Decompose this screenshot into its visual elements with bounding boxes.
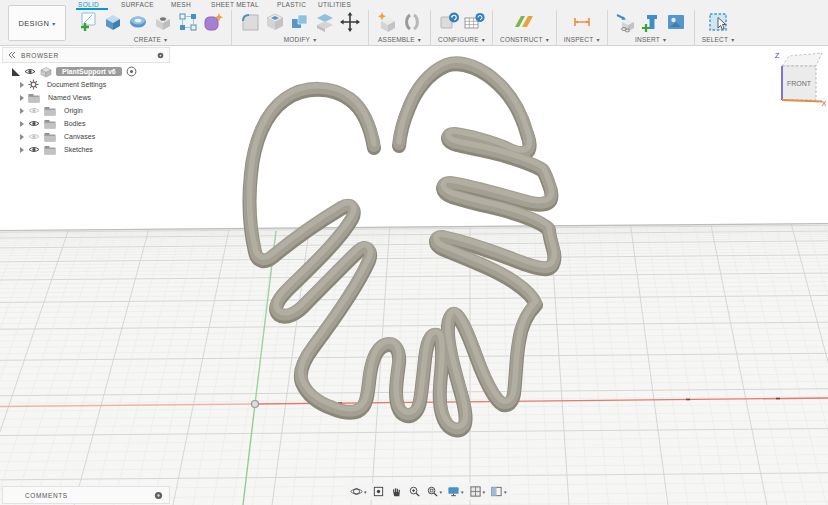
insert-derive-icon[interactable] [615, 11, 637, 33]
fit-button[interactable]: ▾ [426, 485, 443, 498]
group-configure: CONFIGURE [431, 10, 492, 43]
dropdown-caret-icon: ▾ [364, 489, 367, 495]
expand-arrow-icon[interactable] [20, 121, 24, 127]
group-label-inspect[interactable]: INSPECT [564, 36, 600, 43]
press-pull-icon[interactable] [239, 11, 261, 33]
expand-arrow-icon[interactable] [12, 68, 20, 76]
comments-title: COMMENTS [25, 492, 154, 499]
visibility-eye-icon-hidden[interactable] [28, 106, 40, 115]
visibility-eye-icon[interactable] [28, 145, 40, 154]
zoom-button[interactable] [408, 485, 421, 498]
group-label-insert[interactable]: INSERT [635, 36, 666, 43]
insert-tspline-icon[interactable] [640, 11, 662, 33]
browser-row-bodies[interactable]: Bodies [2, 117, 170, 130]
document-root-label[interactable]: PlantSupport v6 [56, 67, 122, 76]
browser-item-label: Bodies [60, 119, 89, 128]
axis-x-label: X [821, 99, 826, 108]
view-cube-face-label: FRONT [787, 80, 812, 87]
split-body-icon[interactable] [314, 11, 336, 33]
measure-icon[interactable] [571, 11, 593, 33]
hole-icon[interactable] [152, 11, 174, 33]
pan-button[interactable] [390, 485, 403, 498]
collapse-panel-icon[interactable] [8, 51, 16, 59]
group-label-construct[interactable]: CONSTRUCT [500, 36, 549, 43]
tab-plastic[interactable]: PLASTIC [277, 1, 306, 8]
viewports-button[interactable]: ▾ [490, 485, 507, 498]
look-at-button[interactable] [372, 485, 385, 498]
comments-bar[interactable]: COMMENTS [2, 486, 170, 504]
panel-options-icon[interactable] [157, 52, 164, 59]
pattern-icon[interactable] [177, 11, 199, 33]
group-label-create[interactable]: CREATE [134, 36, 167, 43]
display-settings-button[interactable]: ▾ [447, 485, 464, 498]
create-form-icon[interactable] [202, 11, 224, 33]
expand-arrow-icon[interactable] [20, 82, 24, 88]
browser-item-label: Document Settings [43, 80, 110, 89]
browser-panel: BROWSER PlantSupport v6 Document Setting… [2, 47, 170, 156]
browser-item-label: Origin [60, 106, 87, 115]
tab-sheet-metal[interactable]: SHEET METAL [211, 1, 259, 8]
group-label-assemble[interactable]: ASSEMBLE [378, 36, 421, 43]
browser-header[interactable]: BROWSER [2, 47, 170, 63]
construction-plane-icon[interactable] [513, 11, 535, 33]
view-cube[interactable]: FRONT Z X [766, 48, 826, 108]
folder-icon [44, 132, 56, 142]
create-sketch-icon[interactable] [77, 11, 99, 33]
navigation-bar: ▾ ▾ ▾ ▾ ▾ [346, 483, 511, 500]
visibility-eye-icon-hidden[interactable] [28, 132, 40, 141]
extrude-icon[interactable] [102, 11, 124, 33]
browser-item-label: Named Views [44, 93, 95, 102]
revolve-icon[interactable] [127, 11, 149, 33]
browser-row-canvases[interactable]: Canvases [2, 130, 170, 143]
view-cube-top-face[interactable] [782, 53, 822, 66]
insert-canvas-icon[interactable] [665, 11, 687, 33]
group-label-modify[interactable]: MODIFY [284, 36, 317, 43]
browser-item-label: Canvases [60, 132, 99, 141]
expand-arrow-icon[interactable] [20, 147, 24, 153]
comments-options-icon[interactable] [154, 491, 163, 500]
folder-icon [44, 119, 56, 129]
move-copy-icon[interactable] [339, 11, 361, 33]
group-construct: CONSTRUCT [493, 10, 556, 43]
activate-component-icon[interactable] [126, 66, 137, 77]
axis-z-label: Z [775, 51, 780, 60]
browser-row-root[interactable]: PlantSupport v6 [2, 65, 170, 78]
configuration-icon[interactable] [438, 11, 460, 33]
group-modify: MODIFY [232, 10, 368, 43]
browser-row-named-views[interactable]: Named Views [2, 91, 170, 104]
expand-arrow-icon[interactable] [20, 108, 24, 114]
tab-utilities[interactable]: UTILITIES [318, 1, 351, 8]
tab-surface[interactable]: SURFACE [121, 1, 154, 8]
grid-settings-button[interactable]: ▾ [469, 485, 486, 498]
browser-row-document-settings[interactable]: Document Settings [2, 78, 170, 91]
fusion360-window: DESIGN SOLID SURFACE MESH SHEET METAL PL… [0, 0, 828, 505]
new-component-icon[interactable] [376, 11, 398, 33]
expand-arrow-icon[interactable] [20, 95, 24, 101]
browser-row-sketches[interactable]: Sketches [2, 143, 170, 156]
dropdown-caret-icon: ▾ [461, 489, 464, 495]
browser-title: BROWSER [21, 52, 157, 59]
group-label-configure[interactable]: CONFIGURE [438, 36, 485, 43]
browser-row-origin[interactable]: Origin [2, 104, 170, 117]
group-assemble: ASSEMBLE [369, 10, 430, 43]
orbit-button[interactable]: ▾ [350, 485, 367, 498]
workspace-label: DESIGN [19, 19, 50, 28]
group-label-select[interactable]: SELECT [702, 36, 735, 43]
configuration-table-icon[interactable] [463, 11, 485, 33]
select-icon[interactable] [707, 11, 729, 33]
tab-solid[interactable]: SOLID [78, 1, 99, 8]
gear-icon [28, 79, 39, 90]
dropdown-caret-icon: ▾ [483, 489, 486, 495]
tab-mesh[interactable]: MESH [171, 1, 191, 8]
visibility-eye-icon[interactable] [24, 67, 36, 76]
folder-icon [44, 145, 56, 155]
visibility-eye-icon[interactable] [28, 119, 40, 128]
combine-icon[interactable] [289, 11, 311, 33]
group-create: CREATE [70, 10, 231, 43]
expand-arrow-icon[interactable] [20, 134, 24, 140]
joint-icon[interactable] [401, 11, 423, 33]
folder-icon [28, 93, 40, 103]
main-toolbar: DESIGN SOLID SURFACE MESH SHEET METAL PL… [0, 0, 828, 46]
workspace-switcher[interactable]: DESIGN [8, 5, 66, 41]
shell-icon[interactable] [264, 11, 286, 33]
